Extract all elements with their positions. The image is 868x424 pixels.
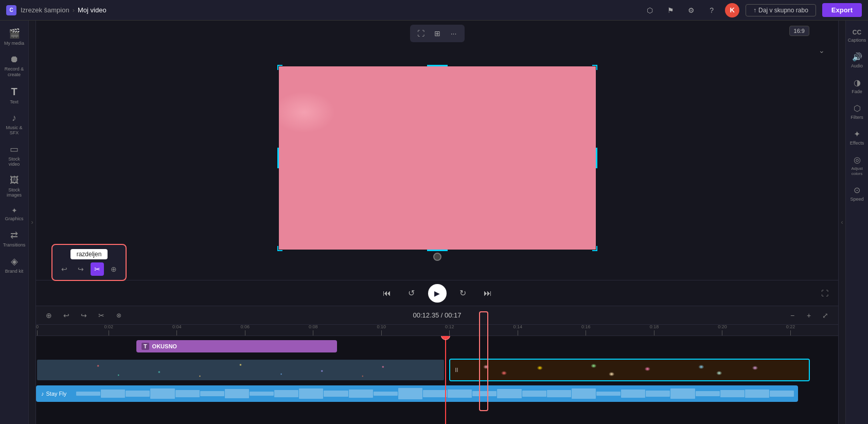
sidebar-item-record-create[interactable]: ⏺ Record &create (2, 51, 27, 81)
audio-waveform (76, 388, 794, 399)
ruler-marks: 0 0:02 0:04 0:06 0:08 0:10 0:12 0:14 0:1… (36, 325, 838, 335)
help-icon[interactable]: ? (704, 3, 719, 17)
title-track-row: T OKUSNO (36, 340, 838, 357)
sidebar-item-stock-images[interactable]: 🖼 Stockimages (2, 172, 27, 202)
video-track-segment2[interactable]: ⏸ (449, 359, 810, 381)
fullscreen-button[interactable]: ⛶ (818, 286, 832, 301)
title-track-bar[interactable]: T OKUSNO (136, 340, 337, 352)
main-layout: 🎬 My media ⏺ Record &create T Text ♪ Mus… (0, 21, 868, 424)
sidebar-item-transitions[interactable]: ⇄ Transitions (2, 226, 27, 251)
video-frame-inner (279, 66, 596, 250)
handle-top[interactable] (427, 65, 448, 66)
right-sidebar-item-effects[interactable]: ✦ Effects (847, 125, 867, 150)
avatar[interactable]: K (725, 3, 739, 17)
sidebar-item-music-sfx[interactable]: ♪ Music & SFX (2, 110, 27, 138)
stock-images-icon: 🖼 (10, 175, 19, 186)
video-container (278, 65, 597, 251)
handle-left[interactable] (277, 148, 279, 168)
timeline-toolbar: ⊕ ↩ ↪ ✂ ⊗ 00:12.35 / 00:17 − + ⤢ (36, 306, 838, 325)
speed-icon: ⊙ (854, 185, 860, 195)
timeline-collapse-button[interactable]: ⌄ (816, 44, 828, 57)
audio-track-name: Stay Fly (46, 391, 67, 397)
settings-icon[interactable]: ⚙ (684, 3, 698, 17)
handle-bottom[interactable] (427, 250, 448, 251)
forward-button[interactable]: ↻ (455, 285, 471, 302)
video-thumbnail-macarons: ⏸ (450, 360, 809, 380)
filters-icon: ⬡ (854, 103, 861, 113)
timeline-area: ⊕ ↩ ↪ ✂ ⊗ 00:12.35 / 00:17 − + ⤢ ⌄ (36, 306, 838, 424)
top-bar-actions: ⬡ ⚑ ⚙ ? K ↑ Daj v skupno rabo Export (643, 3, 862, 17)
ruler-mark: 0:06 (241, 325, 250, 335)
zoom-in-button[interactable]: + (802, 309, 816, 322)
share-icon: ↑ (753, 7, 756, 14)
aspect-ratio-button[interactable]: 16:9 (789, 26, 809, 36)
video-preview-area: ⛶ ⊞ ··· 16:9 (36, 21, 838, 280)
ruler-mark: 0:20 (718, 325, 727, 335)
share-button[interactable]: ↑ Daj v skupno rabo (746, 4, 816, 16)
right-sidebar-label: Audio (851, 63, 863, 68)
split-popup-overlay: razdeljen ↩ ↪ ✂ ⊕ (51, 244, 127, 281)
zoom-out-button[interactable]: − (786, 309, 799, 322)
handle-top-right[interactable] (592, 65, 597, 70)
popup-undo-button[interactable]: ↩ (58, 262, 71, 276)
sidebar-item-stock-video[interactable]: ▭ Stock video (2, 140, 27, 170)
handle-right[interactable] (596, 148, 597, 168)
my-media-icon: 🎬 (9, 28, 20, 39)
expand-button[interactable]: ⊞ (431, 27, 444, 40)
handle-top-left[interactable] (277, 65, 282, 70)
app-icon: C (6, 5, 16, 15)
position-handle[interactable] (433, 253, 441, 261)
delete-button[interactable]: ⊗ (112, 309, 126, 322)
macaron-background (279, 66, 596, 250)
right-sidebar-item-speed[interactable]: ⊙ Speed (847, 181, 867, 206)
handle-bottom-right[interactable] (592, 246, 597, 251)
right-sidebar-item-captions[interactable]: CC Captions (847, 25, 867, 47)
ruler-mark: 0:10 (377, 325, 386, 335)
sidebar-item-graphics[interactable]: ✦ Graphics (2, 203, 27, 224)
sidebar-item-label: Stock video (4, 156, 25, 167)
video-thumbnail-donuts (37, 360, 444, 380)
crop-button[interactable]: ⛶ (414, 27, 428, 40)
sidebar-item-my-media[interactable]: 🎬 My media (2, 25, 27, 49)
captions-icon: CC (853, 29, 861, 36)
audio-icon: 🔊 (852, 52, 862, 62)
step-forward-button[interactable]: ⏭ (480, 285, 496, 302)
sidebar-collapse-btn[interactable]: › (29, 21, 36, 424)
brand-kit-icon: ◈ (11, 256, 18, 267)
ruler-mark: 0:18 (650, 325, 659, 335)
export-button[interactable]: Export (822, 3, 862, 17)
app-logo: C (6, 5, 16, 15)
sidebar-item-label: Stockimages (7, 187, 22, 199)
popup-split-button[interactable]: ✂ (91, 262, 104, 276)
timeline-scroll-area[interactable]: 0 0:02 0:04 0:06 0:08 0:10 0:12 0:14 0:1… (36, 325, 838, 424)
handle-bottom-left[interactable] (277, 246, 282, 251)
rewind-button[interactable]: ↺ (403, 285, 420, 302)
right-sidebar-collapse-btn[interactable]: ‹ (838, 21, 845, 424)
popup-redo-button[interactable]: ↪ (74, 262, 87, 276)
ruler-mark: 0 (36, 325, 39, 335)
audio-track-bar[interactable]: ♪ Stay Fly (36, 385, 798, 402)
right-sidebar-item-audio[interactable]: 🔊 Audio (847, 48, 867, 73)
more-options-button[interactable]: ··· (447, 27, 460, 40)
connect-icon[interactable]: ⬡ (643, 3, 657, 17)
redo-button[interactable]: ↪ (77, 309, 91, 322)
right-sidebar-label: Speed (850, 197, 863, 202)
step-back-button[interactable]: ⏮ (379, 285, 395, 302)
stock-video-icon: ▭ (10, 144, 19, 155)
popup-add-button[interactable]: ⊕ (107, 262, 120, 276)
breadcrumb: Izrezek šampion › Moj video (21, 6, 107, 14)
play-pause-button[interactable]: ▶ (428, 284, 447, 303)
magnet-tool-button[interactable]: ⊕ (42, 309, 56, 322)
right-sidebar-item-filters[interactable]: ⬡ Filters (847, 99, 867, 124)
video-track-segment1[interactable] (36, 359, 445, 381)
time-display: 00:12.35 / 00:17 (413, 311, 462, 319)
undo-button[interactable]: ↩ (60, 309, 73, 322)
split-button[interactable]: ✂ (95, 309, 108, 322)
center-area: ⛶ ⊞ ··· 16:9 (36, 21, 838, 424)
flag-icon[interactable]: ⚑ (663, 3, 678, 17)
right-sidebar-item-fade[interactable]: ◑ Fade (847, 74, 867, 98)
right-sidebar-item-adjust-colors[interactable]: ◎ Adjustcolors (847, 151, 867, 180)
sidebar-item-text[interactable]: T Text (2, 83, 27, 108)
sidebar-item-brand-kit[interactable]: ◈ Brand kit (2, 253, 27, 277)
expand-timeline-button[interactable]: ⤢ (819, 309, 832, 322)
